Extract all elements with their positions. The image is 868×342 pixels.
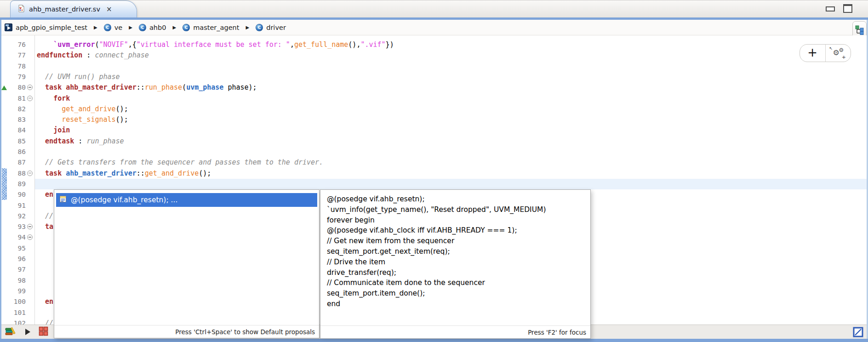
add-button[interactable]: + xyxy=(800,45,825,62)
proposal-label: @(posedge vif.ahb_resetn); ... xyxy=(71,196,177,204)
fold-collapse-icon[interactable] xyxy=(27,171,33,176)
code-line xyxy=(37,147,866,157)
line-number: 82 xyxy=(6,104,26,114)
fold-collapse-icon[interactable] xyxy=(27,224,33,229)
minimize-icon[interactable] xyxy=(826,6,835,11)
code-line: endtask : run_phase xyxy=(37,136,866,147)
line-number: 94 xyxy=(6,232,26,243)
code-line: task ahb_master_driver::get_and_drive(); xyxy=(37,168,866,179)
active-part-border-left xyxy=(0,20,1,339)
breadcrumb-item-ahb0[interactable]: Cahb0 xyxy=(139,24,166,31)
module-icon xyxy=(5,23,12,31)
proposal-preview-code: @(posedge vif.ahb_resetn);`uvm_info(get_… xyxy=(327,194,587,325)
line-number: 84 xyxy=(6,125,26,136)
class-icon: C xyxy=(139,24,146,31)
line-number: 97 xyxy=(6,264,26,275)
line-number: 88 xyxy=(6,168,26,179)
line-number: 93 xyxy=(6,222,26,232)
breadcrumb-separator-icon: ▶ xyxy=(173,25,177,30)
blue-diagonal-square-icon[interactable] xyxy=(853,327,863,339)
breadcrumb-item-ve[interactable]: Cve xyxy=(104,24,123,31)
play-triangle-icon[interactable] xyxy=(25,329,30,335)
code-line xyxy=(37,61,866,72)
line-number: 96 xyxy=(6,254,26,264)
code-line: task ahb_master_driver::run_phase(uvm_ph… xyxy=(37,82,866,93)
preview-code-line: // Drive the item xyxy=(327,257,587,268)
red-grid-icon[interactable] xyxy=(39,326,48,338)
line-number: 86 xyxy=(6,147,26,157)
breadcrumb-item-apb_gpio_simple_test[interactable]: apb_gpio_simple_test xyxy=(5,23,87,31)
breadcrumb-label: ve xyxy=(114,24,123,31)
class-icon: C xyxy=(256,24,263,31)
plus-icon: + xyxy=(807,46,817,59)
tab-ahb-master-driver[interactable]: ahb_master_driver.sv × xyxy=(10,0,137,17)
line-number: 90 xyxy=(6,189,26,200)
line-number: 98 xyxy=(6,275,26,286)
tab-close-icon[interactable]: × xyxy=(106,5,112,13)
breadcrumb-item-driver[interactable]: Cdriver xyxy=(256,24,286,31)
class-icon: C xyxy=(183,24,190,31)
fold-collapse-icon[interactable] xyxy=(27,85,33,90)
code-line: endfunction : connect_phase xyxy=(37,50,866,61)
line-number: 99 xyxy=(6,286,26,296)
preview-code-line: forever begin xyxy=(327,215,587,226)
breadcrumb-label: driver xyxy=(266,24,286,31)
code-line: get_and_drive(); xyxy=(37,104,866,114)
code-line: reset_signals(); xyxy=(37,114,866,125)
ide-window: ahb_master_driver.sv × apb_gpio_simple_t… xyxy=(0,0,868,342)
fold-collapse-icon[interactable] xyxy=(27,234,33,240)
line-number: 95 xyxy=(6,243,26,254)
books-stack-icon[interactable] xyxy=(5,326,17,337)
preview-code-line: @(posedge vif.ahb_resetn); xyxy=(327,194,587,205)
breadcrumb-separator-icon: ▶ xyxy=(94,25,97,30)
assist-hint-left: Press 'Ctrl+Space' to show Default propo… xyxy=(54,325,319,338)
code-line: `uvm_error("NOVIF",{"virtual interface m… xyxy=(37,40,866,50)
active-part-border-bottom xyxy=(0,339,868,342)
breadcrumb-separator-icon: ▶ xyxy=(246,25,249,30)
line-number: 79 xyxy=(6,72,26,82)
line-number: 87 xyxy=(6,157,26,168)
code-line: fork xyxy=(37,93,866,104)
breadcrumb-label: master_agent xyxy=(193,24,239,31)
editor-quick-actions: + ⚙⚙ ↖+ xyxy=(799,44,851,62)
line-number: 102 xyxy=(6,318,26,325)
line-number: 81 xyxy=(6,93,26,104)
preview-code-line: // Communicate item done to the sequence… xyxy=(327,278,587,288)
breadcrumb-separator-icon: ▶ xyxy=(129,25,132,30)
line-number: 80 xyxy=(6,82,26,93)
preview-code-line: drive_transfer(req); xyxy=(327,268,587,278)
preview-code-line: `uvm_info(get_type_name(), "Reset droppe… xyxy=(327,205,587,215)
line-number: 85 xyxy=(6,136,26,147)
preview-code-line: end xyxy=(327,299,587,309)
preview-code-line: seq_item_port.get_next_item(req); xyxy=(327,246,587,257)
code-line: join xyxy=(37,125,866,136)
line-number: 78 xyxy=(6,61,26,72)
code-line xyxy=(37,179,866,189)
settings-button[interactable]: ⚙⚙ ↖+ xyxy=(825,45,851,62)
preview-code-line: @(posedge vif.ahb_clock iff vif.AHB_HREA… xyxy=(327,225,587,236)
preview-code-line: seq_item_port.item_done(); xyxy=(327,288,587,299)
proposal-item-selected[interactable]: @(posedge vif.ahb_resetn); ... xyxy=(56,193,317,207)
line-number: 77 xyxy=(6,50,26,61)
preview-code-line: // Get new item from the sequencer xyxy=(327,236,587,246)
breadcrumb-label: apb_gpio_simple_test xyxy=(16,24,87,31)
fold-collapse-icon[interactable] xyxy=(27,96,33,101)
breadcrumb: apb_gpio_simple_test▶Cve▶Cahb0▶Cmaster_a… xyxy=(0,20,868,35)
assist-hint-right: Press 'F2' for focus xyxy=(320,325,590,338)
class-icon: C xyxy=(104,24,111,31)
line-number: 92 xyxy=(6,211,26,222)
code-line: // UVM run() phase xyxy=(37,72,866,82)
line-number: 89 xyxy=(6,179,26,189)
line-number: 76 xyxy=(6,40,26,50)
maximize-icon[interactable] xyxy=(843,4,852,13)
breadcrumb-item-master_agent[interactable]: Cmaster_agent xyxy=(183,24,239,31)
sv-file-icon xyxy=(18,5,25,14)
proposal-preview-popup: @(posedge vif.ahb_resetn);`uvm_info(get_… xyxy=(320,189,591,339)
line-number: 83 xyxy=(6,114,26,125)
tab-title: ahb_master_driver.sv xyxy=(29,6,100,13)
line-number: 101 xyxy=(6,308,26,318)
line-number: 91 xyxy=(6,200,26,211)
code-line: // Gets transfers from the sequencer and… xyxy=(37,157,866,168)
breadcrumb-label: ahb0 xyxy=(149,24,166,31)
line-number: 100 xyxy=(6,296,26,307)
